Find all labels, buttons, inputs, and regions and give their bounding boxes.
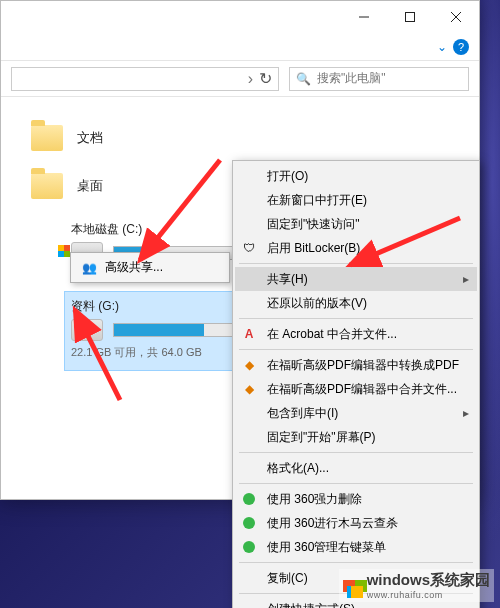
context-menu-label: 在新窗口中打开(E) xyxy=(267,192,367,209)
folder-icon xyxy=(31,173,63,199)
drive-icon xyxy=(71,319,103,341)
acrobat-icon: A xyxy=(239,327,259,341)
watermark: windows系统家园 www.ruhaifu.com xyxy=(339,569,494,602)
go-caret-icon[interactable]: › xyxy=(248,70,253,88)
context-menu-label: 在福昕高级PDF编辑器中合并文件... xyxy=(267,381,457,398)
context-menu-label: 还原以前的版本(V) xyxy=(267,295,367,312)
menu-separator xyxy=(239,263,473,264)
context-menu-item[interactable]: 🛡启用 BitLocker(B) xyxy=(235,236,477,260)
address-bar-row: › ↻ 🔍 搜索"此电脑" xyxy=(1,61,479,97)
context-menu-item[interactable]: ◆在福昕高级PDF编辑器中转换成PDF xyxy=(235,353,477,377)
drive-title: 资料 (G:) xyxy=(71,298,259,315)
minimize-button[interactable] xyxy=(341,1,387,33)
context-menu-item[interactable]: 还原以前的版本(V) xyxy=(235,291,477,315)
context-menu-item[interactable]: 固定到"快速访问" xyxy=(235,212,477,236)
menu-separator xyxy=(239,452,473,453)
context-menu-label: 在 Acrobat 中合并文件... xyxy=(267,326,397,343)
menu-separator xyxy=(239,349,473,350)
advanced-share-item[interactable]: 👥 高级共享... xyxy=(71,253,229,282)
ribbon-row: ⌄ ? xyxy=(1,33,479,61)
context-menu-label: 共享(H) xyxy=(267,271,308,288)
search-box[interactable]: 🔍 搜索"此电脑" xyxy=(289,67,469,91)
context-menu-label: 打开(O) xyxy=(267,168,308,185)
menu-separator xyxy=(239,483,473,484)
shield-icon: 🛡 xyxy=(239,241,259,255)
context-menu-item[interactable]: 共享(H)▸ xyxy=(235,267,477,291)
context-menu-label: 复制(C) xyxy=(267,570,308,587)
360-icon xyxy=(239,517,259,529)
context-menu: 打开(O)在新窗口中打开(E)固定到"快速访问"🛡启用 BitLocker(B)… xyxy=(232,160,480,608)
context-menu-label: 在福昕高级PDF编辑器中转换成PDF xyxy=(267,357,459,374)
close-button[interactable] xyxy=(433,1,479,33)
folder-icon xyxy=(31,125,63,151)
context-menu-item[interactable]: 使用 360强力删除 xyxy=(235,487,477,511)
advanced-share-label: 高级共享... xyxy=(105,259,163,276)
360-icon xyxy=(239,493,259,505)
submenu-arrow-icon: ▸ xyxy=(463,272,469,286)
context-menu-item[interactable]: ◆在福昕高级PDF编辑器中合并文件... xyxy=(235,377,477,401)
context-menu-item[interactable]: 打开(O) xyxy=(235,164,477,188)
context-menu-label: 使用 360进行木马云查杀 xyxy=(267,515,398,532)
folder-label: 文档 xyxy=(77,129,103,147)
watermark-url: www.ruhaifu.com xyxy=(367,590,490,600)
context-menu-label: 固定到"开始"屏幕(P) xyxy=(267,429,376,446)
context-menu-label: 格式化(A)... xyxy=(267,460,329,477)
titlebar xyxy=(1,1,479,33)
context-menu-label: 固定到"快速访问" xyxy=(267,216,360,233)
folder-label: 桌面 xyxy=(77,177,103,195)
context-menu-item[interactable]: 在新窗口中打开(E) xyxy=(235,188,477,212)
refresh-icon[interactable]: ↻ xyxy=(259,69,272,88)
share-submenu: 👥 高级共享... xyxy=(70,252,230,283)
menu-separator xyxy=(239,562,473,563)
drive-subtext: 22.1 GB 可用，共 64.0 GB xyxy=(71,345,259,360)
pdf-edit-icon: ◆ xyxy=(239,358,259,372)
context-menu-label: 使用 360强力删除 xyxy=(267,491,362,508)
ribbon-caret-icon[interactable]: ⌄ xyxy=(437,40,447,54)
context-menu-item[interactable]: 使用 360管理右键菜单 xyxy=(235,535,477,559)
context-menu-label: 使用 360管理右键菜单 xyxy=(267,539,386,556)
search-icon: 🔍 xyxy=(296,72,311,86)
folder-row[interactable]: 文档 xyxy=(31,125,469,151)
people-icon: 👥 xyxy=(81,260,97,276)
svg-rect-1 xyxy=(406,13,415,22)
context-menu-item[interactable]: A在 Acrobat 中合并文件... xyxy=(235,322,477,346)
context-menu-label: 包含到库中(I) xyxy=(267,405,338,422)
submenu-arrow-icon: ▸ xyxy=(463,406,469,420)
drive-fill xyxy=(114,324,204,336)
address-box[interactable]: › ↻ xyxy=(11,67,279,91)
menu-separator xyxy=(239,318,473,319)
maximize-button[interactable] xyxy=(387,1,433,33)
360-icon xyxy=(239,541,259,553)
context-menu-label: 启用 BitLocker(B) xyxy=(267,240,360,257)
context-menu-item[interactable]: 包含到库中(I)▸ xyxy=(235,401,477,425)
windows-logo-icon xyxy=(351,586,363,598)
context-menu-item[interactable]: 固定到"开始"屏幕(P) xyxy=(235,425,477,449)
context-menu-item[interactable]: 格式化(A)... xyxy=(235,456,477,480)
search-placeholder: 搜索"此电脑" xyxy=(317,70,386,87)
context-menu-item[interactable]: 使用 360进行木马云查杀 xyxy=(235,511,477,535)
watermark-brand: windows系统家园 xyxy=(367,571,490,588)
pdf-edit-icon: ◆ xyxy=(239,382,259,396)
help-button[interactable]: ? xyxy=(453,39,469,55)
